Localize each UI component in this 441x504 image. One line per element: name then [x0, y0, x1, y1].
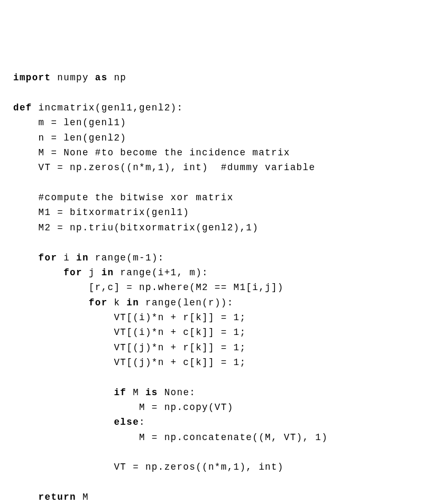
text-token: #dummy variable — [221, 162, 316, 173]
code-line: for j in range(i+1, m): — [13, 265, 428, 280]
keyword-token: return — [39, 492, 76, 502]
code-line: m = len(genl1) — [13, 115, 428, 130]
text-token — [13, 192, 39, 203]
code-line: import numpy as np — [13, 70, 428, 85]
code-line: return M — [13, 490, 428, 504]
text-token: range(len(r)): — [139, 297, 234, 308]
code-line: M1 = bitxormatrix(genl1) — [13, 205, 428, 220]
text-token: M2 = np.triu(bitxormatrix(genl2),1) — [13, 222, 259, 233]
text-token: range(m-1): — [89, 253, 164, 263]
code-line: M = None #to become the incidence matrix — [13, 145, 428, 160]
keyword-token: is — [145, 387, 158, 398]
keyword-token: if — [114, 387, 126, 398]
text-token: incmatrix(genl1,genl2): — [32, 102, 183, 113]
keyword-token: for — [63, 267, 82, 278]
text-token: i — [57, 253, 76, 263]
text-token: VT[(j)*n + r[k]] = 1; — [13, 342, 246, 353]
code-line: if M is None: — [13, 385, 428, 400]
text-token: k — [108, 297, 127, 308]
code-line — [13, 445, 428, 460]
keyword-token: for — [39, 253, 58, 263]
keyword-token: in — [102, 267, 114, 278]
text-token: #compute the bitwise xor matrix — [39, 192, 234, 203]
code-line: n = len(genl2) — [13, 130, 428, 145]
code-line: VT[(j)*n + c[k]] = 1; — [13, 355, 428, 370]
text-token: j — [82, 267, 102, 278]
text-token: VT = np.zeros((n*m,1), int) — [13, 162, 221, 173]
text-token: None: — [158, 387, 196, 398]
code-line: VT = np.zeros((n*m,1), int) #dummy varia… — [13, 160, 428, 175]
text-token: M = None — [13, 147, 95, 158]
text-token: range(i+1, m): — [114, 267, 208, 278]
code-line: VT[(i)*n + c[k]] = 1; — [13, 325, 428, 340]
text-token: n = len(genl2) — [13, 133, 126, 143]
code-line — [13, 475, 428, 490]
text-token — [13, 492, 39, 502]
text-token: np — [108, 72, 127, 83]
keyword-token: else — [114, 417, 139, 427]
code-block: import numpy as np def incmatrix(genl1,g… — [13, 70, 428, 504]
keyword-token: for — [89, 297, 108, 308]
text-token: M = np.concatenate((M, VT), 1) — [13, 432, 328, 443]
text-token — [13, 253, 39, 263]
keyword-token: in — [76, 253, 89, 263]
keyword-token: import — [13, 72, 51, 83]
text-token: VT = np.zeros((n*m,1), int) — [13, 462, 284, 472]
code-line: M = np.concatenate((M, VT), 1) — [13, 430, 428, 445]
code-line: for i in range(m-1): — [13, 250, 428, 265]
code-line: else: — [13, 415, 428, 430]
text-token — [13, 417, 114, 427]
text-token: : — [139, 417, 145, 427]
text-token: [r,c] = np.where(M2 == M1[i,j]) — [13, 282, 284, 293]
code-line — [13, 86, 428, 100]
text-token — [13, 297, 89, 308]
text-token: #to become the incidence matrix — [95, 147, 290, 158]
keyword-token: def — [13, 102, 32, 113]
code-line: M2 = np.triu(bitxormatrix(genl2),1) — [13, 220, 428, 235]
text-token — [13, 267, 63, 278]
keyword-token: as — [95, 72, 108, 83]
text-token — [13, 387, 114, 398]
text-token: M — [126, 387, 145, 398]
text-token: VT[(i)*n + c[k]] = 1; — [13, 327, 246, 338]
text-token: M — [76, 492, 89, 502]
text-token: m = len(genl1) — [13, 117, 126, 128]
code-line: [r,c] = np.where(M2 == M1[i,j]) — [13, 280, 428, 295]
code-line — [13, 235, 428, 250]
keyword-token: in — [126, 297, 139, 308]
text-token: numpy — [51, 72, 95, 83]
code-line: VT[(i)*n + r[k]] = 1; — [13, 310, 428, 325]
text-token: M = np.copy(VT) — [13, 402, 234, 413]
text-token: VT[(i)*n + r[k]] = 1; — [13, 312, 246, 323]
code-line: VT = np.zeros((n*m,1), int) — [13, 460, 428, 474]
text-token: M1 = bitxormatrix(genl1) — [13, 207, 189, 218]
code-line: def incmatrix(genl1,genl2): — [13, 100, 428, 115]
code-line — [13, 370, 428, 385]
code-line — [13, 175, 428, 190]
code-line: VT[(j)*n + r[k]] = 1; — [13, 340, 428, 355]
code-line: #compute the bitwise xor matrix — [13, 190, 428, 205]
code-line: for k in range(len(r)): — [13, 295, 428, 310]
code-line: M = np.copy(VT) — [13, 400, 428, 415]
text-token: VT[(j)*n + c[k]] = 1; — [13, 357, 246, 368]
